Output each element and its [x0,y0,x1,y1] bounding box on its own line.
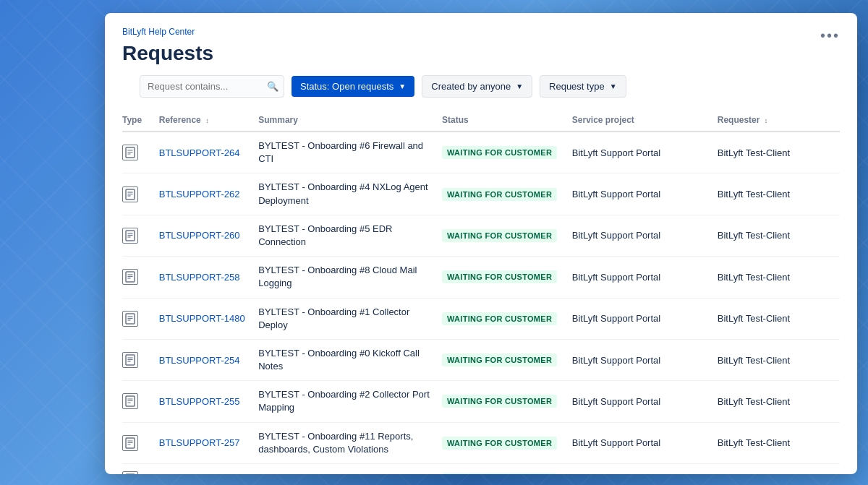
cell-summary: BYLTEST - Onboarding #1 Collector Deploy [258,298,442,339]
service-project-text: BitLyft Support Portal [572,474,660,475]
cell-reference: BTLSUPPORT-260 [159,215,258,256]
requester-text: BitLyft Test-Client [718,189,790,199]
cell-status: WAITING FOR CUSTOMER [442,132,572,173]
service-project-text: BitLyft Support Portal [572,313,660,324]
cell-type [122,215,159,256]
reference-link[interactable]: BTLSUPPORT-260 [159,230,240,241]
status-badge: WAITING FOR CUSTOMER [442,395,557,408]
cell-summary: BYLTEST - Onboarding #3 AD Setup [258,464,442,475]
ticket-icon [122,435,138,451]
cell-type [122,257,159,298]
requester-text: BitLyft Test-Client [718,355,790,366]
cell-type [122,464,159,475]
table-row: BTLSUPPORT-255 BYLTEST - Onboarding #2 C… [122,381,840,422]
cell-service-project: BitLyft Support Portal [572,422,718,463]
toolbar: 🔍 Status: Open requests ▼ Created by any… [122,75,840,109]
cell-service-project: BitLyft Support Portal [572,173,718,215]
summary-text: BYLTEST - Onboarding #2 Collector Port M… [258,389,430,413]
cell-requester: BitLyft Test-Client [718,173,840,215]
cell-requester: BitLyft Test-Client [718,298,840,339]
ticket-icon [122,269,138,285]
cell-requester: BitLyft Test-Client [718,257,840,298]
cell-requester: BitLyft Test-Client [718,132,840,173]
table-row: BTLSUPPORT-1480 BYLTEST - Onboarding #1 … [122,298,840,339]
created-filter-button[interactable]: Created by anyone ▼ [422,75,532,98]
cell-requester: BitLyft Test-Client [718,215,840,256]
summary-text: BYLTEST - Onboarding #5 EDR Connection [258,223,392,247]
table-row: BTLSUPPORT-260 BYLTEST - Onboarding #5 E… [122,215,840,256]
summary-text: BYLTEST - Onboarding #1 Collector Deploy [258,306,409,330]
breadcrumb[interactable]: BitLyft Help Center [122,27,195,37]
service-project-text: BitLyft Support Portal [572,230,660,241]
cell-summary: BYLTEST - Onboarding #0 Kickoff Call Not… [258,339,442,380]
cell-type [122,132,159,173]
cell-reference: BTLSUPPORT-264 [159,132,258,173]
cell-status: WAITING FOR CUSTOMER [442,173,572,215]
cell-status: WAITING FOR CUSTOMER [442,339,572,380]
status-filter-button[interactable]: Status: Open requests ▼ [292,76,414,97]
col-header-summary: Summary [258,109,442,132]
table-header: Type Reference ↕ Summary Status Service … [122,109,840,132]
request-type-filter-button[interactable]: Request type ▼ [540,75,626,98]
reference-link[interactable]: BTLSUPPORT-258 [159,272,240,283]
service-project-text: BitLyft Support Portal [572,147,660,158]
cell-service-project: BitLyft Support Portal [572,339,718,380]
table-row: BTLSUPPORT-262 BYLTEST - Onboarding #4 N… [122,173,840,215]
status-badge: WAITING FOR CUSTOMER [442,229,557,242]
ticket-icon [122,393,138,409]
table-body: BTLSUPPORT-264 BYLTEST - Onboarding #6 F… [122,132,840,474]
cell-summary: BYLTEST - Onboarding #6 Firewall and CTI [258,132,442,173]
cell-summary: BYLTEST - Onboarding #4 NXLog Agent Depl… [258,173,442,215]
summary-text: BYLTEST - Onboarding #3 AD Setup [258,473,412,474]
more-options-button[interactable]: ••• [814,25,846,47]
cell-service-project: BitLyft Support Portal [572,215,718,256]
ticket-icon [122,352,138,368]
ticket-icon [122,228,138,244]
col-header-service-project: Service project [572,109,718,132]
cell-summary: BYLTEST - Onboarding #2 Collector Port M… [258,381,442,422]
service-project-text: BitLyft Support Portal [572,272,660,283]
modal-header: BitLyft Help Center Requests ••• 🔍 Statu… [105,13,857,109]
reference-link[interactable]: BTLSUPPORT-254 [159,355,240,366]
reference-link[interactable]: BTLSUPPORT-255 [159,396,240,407]
service-project-text: BitLyft Support Portal [572,355,660,366]
chevron-down-icon: ▼ [516,82,523,90]
requester-text: BitLyft Test-Client [718,474,790,475]
requester-text: BitLyft Test-Client [718,230,790,241]
cell-summary: BYLTEST - Onboarding #5 EDR Connection [258,215,442,256]
summary-text: BYLTEST - Onboarding #8 Cloud Mail Loggi… [258,265,417,288]
ticket-icon [122,186,138,202]
cell-type [122,298,159,339]
reference-link[interactable]: BTLSUPPORT-257 [159,437,240,448]
reference-link[interactable]: BTLSUPPORT-262 [159,189,240,199]
reference-link[interactable]: BTLSUPPORT-1480 [159,313,245,324]
cell-type [122,381,159,422]
ticket-icon [122,145,138,160]
page-title: Requests [122,42,840,65]
sort-icon: ↕ [205,117,209,124]
cell-type [122,339,159,380]
cell-reference: BTLSUPPORT-258 [159,257,258,298]
col-header-type: Type [122,109,159,132]
cell-reference: BTLSUPPORT-1480 [159,298,258,339]
cell-service-project: BitLyft Support Portal [572,257,718,298]
summary-text: BYLTEST - Onboarding #6 Firewall and CTI [258,140,423,164]
reference-link[interactable]: BTLSUPPORT-264 [159,147,240,158]
cell-reference: BTLSUPPORT-259 [159,464,258,475]
table-row: BTLSUPPORT-259 BYLTEST - Onboarding #3 A… [122,464,840,475]
status-badge: WAITING FOR CUSTOMER [442,146,557,159]
cell-requester: BitLyft Test-Client [718,381,840,422]
reference-link[interactable]: BTLSUPPORT-259 [159,474,240,475]
cell-status: WAITING FOR CUSTOMER [442,257,572,298]
cell-type [122,173,159,215]
cell-requester: BitLyft Test-Client [718,422,840,463]
requester-text: BitLyft Test-Client [718,437,790,448]
cell-service-project: BitLyft Support Portal [572,298,718,339]
cell-requester: BitLyft Test-Client [718,464,840,475]
cell-service-project: BitLyft Support Portal [572,464,718,475]
status-badge: WAITING FOR CUSTOMER [442,437,557,450]
requester-text: BitLyft Test-Client [718,313,790,324]
cell-requester: BitLyft Test-Client [718,339,840,380]
search-input[interactable] [140,75,284,98]
requester-text: BitLyft Test-Client [718,396,790,407]
